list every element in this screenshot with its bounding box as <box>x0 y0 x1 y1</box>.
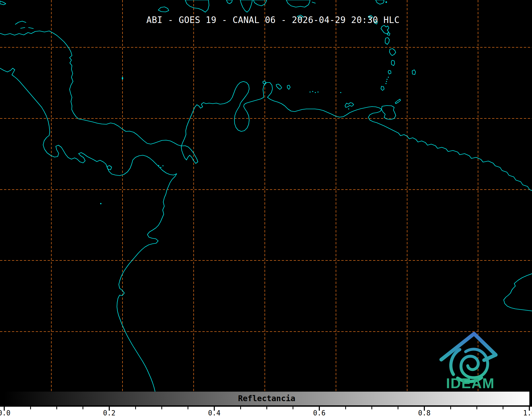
colorbar-minor-tick <box>503 407 503 409</box>
island-bonaire <box>287 85 290 89</box>
map-canvas: IDEAM <box>0 0 532 417</box>
island-hispaniola-west <box>226 0 232 4</box>
colorbar-minor-tick <box>161 407 162 409</box>
colorbar-tick-label: 0.6 <box>313 409 326 417</box>
image-title: ABI - GOES 19 - CANAL 06 - 2026-04-29 20… <box>146 15 399 25</box>
island-curacao <box>276 84 282 89</box>
colorbar-tick-label: 0.2 <box>103 409 116 417</box>
island-san-andres <box>122 77 123 80</box>
colorbar-tick-label: 1.0 <box>523 409 532 417</box>
island-bay-islands-1 <box>21 28 25 28</box>
island-malpelo <box>100 203 102 204</box>
island-jamaica <box>158 7 169 12</box>
colorbar-minor-tick <box>240 407 241 409</box>
island-margarita <box>345 103 354 107</box>
coast-honduras-lagoon <box>15 21 26 24</box>
colorbar-minor-tick <box>135 407 136 409</box>
colorbar-minor-tick <box>371 407 372 409</box>
colorbar-axis-strip <box>0 407 532 417</box>
coastline-brazil-corner <box>504 274 532 311</box>
coastlines <box>0 0 532 391</box>
island-martinique <box>389 49 396 56</box>
coast-corner-honduras <box>0 1 6 5</box>
satellite-image-viewport: IDEAM ABI - GOES 19 - CANAL 06 - 2026-04… <box>0 0 532 417</box>
island-antigua-group <box>376 0 384 4</box>
island-haiti-peninsula <box>185 0 209 12</box>
island-st-lucia <box>391 60 395 66</box>
ideam-logo-spiral <box>461 349 488 378</box>
island-puerto-rico <box>286 0 310 7</box>
colorbar-minor-tick <box>345 407 346 409</box>
ideam-logo-text: IDEAM <box>446 375 495 391</box>
island-barbados <box>412 70 416 75</box>
island-grenada <box>381 86 384 90</box>
colorbar-tick-label: 0.0 <box>0 409 10 417</box>
colorbar-tick-label: 0.8 <box>418 409 431 417</box>
colorbar-tick-label: 0.4 <box>208 409 221 417</box>
island-dominica <box>385 38 389 44</box>
islets-pacific-caribbean-west <box>100 77 164 204</box>
ideam-logo: IDEAM <box>441 334 496 391</box>
coastline-pacific <box>0 68 177 391</box>
colorbar-minor-tick <box>56 407 57 409</box>
colorbar-minor-tick <box>83 407 83 409</box>
colorbar-label: Reflectancia <box>238 394 295 403</box>
coastline-caribbean-north-coast <box>0 31 532 191</box>
island-tobago <box>395 99 401 104</box>
island-marie-galante <box>387 33 390 35</box>
island-hispaniola-cape <box>240 0 252 12</box>
island-coiba <box>107 166 112 170</box>
colorbar-minor-tick <box>266 407 267 409</box>
colorbar-minor-tick <box>30 407 31 409</box>
colorbar-minor-tick <box>188 407 188 409</box>
colorbar-minor-tick <box>293 407 293 409</box>
colorbar-minor-tick <box>450 407 451 409</box>
colorbar-minor-tick <box>476 407 477 409</box>
island-st-vincent <box>388 70 391 74</box>
colorbar-minor-tick <box>398 407 398 409</box>
graticule-gridlines <box>0 0 532 391</box>
island-trinidad <box>381 106 396 120</box>
island-bay-islands-2 <box>29 28 33 29</box>
island-vieques <box>312 2 315 3</box>
